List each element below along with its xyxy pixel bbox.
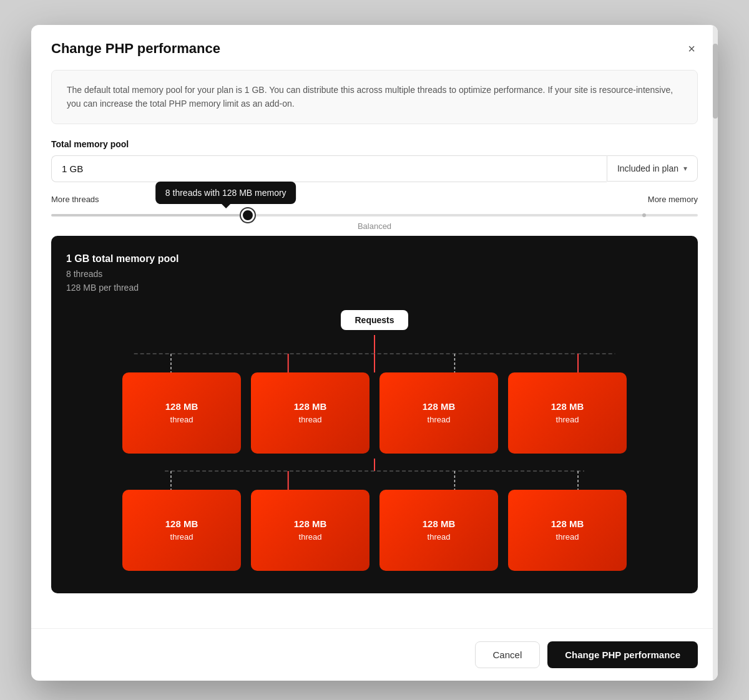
- slider-labels: More threads More memory: [51, 195, 698, 204]
- slider-container: 8 threads with 128 MB memory: [51, 214, 698, 216]
- diagram-visual: Requests: [66, 310, 683, 576]
- diagram-info: 1 GB total memory pool 8 threads 128 MB …: [66, 253, 683, 295]
- thread-card: 128 MB thread: [122, 490, 241, 571]
- threads-row-top: 128 MB thread 128 MB thread 128 MB threa…: [122, 372, 627, 454]
- slider-section: More threads More memory 8 threads with …: [51, 195, 698, 231]
- thread-label: 128 MB: [423, 400, 456, 414]
- thread-card: 128 MB thread: [379, 372, 498, 454]
- thread-sublabel: thread: [299, 531, 322, 543]
- close-button[interactable]: ×: [685, 40, 698, 57]
- thread-sublabel: thread: [556, 531, 579, 543]
- modal-title: Change PHP performance: [51, 41, 220, 57]
- thread-sublabel: thread: [428, 414, 451, 426]
- description-box: The default total memory pool for your p…: [51, 70, 698, 124]
- thread-card: 128 MB thread: [251, 490, 370, 571]
- thread-card: 128 MB thread: [508, 372, 627, 454]
- slider-left-label: More threads: [51, 195, 99, 204]
- thread-sublabel: thread: [299, 414, 322, 426]
- thread-label: 128 MB: [551, 400, 584, 414]
- plan-select[interactable]: Included in plan ▾: [607, 155, 698, 182]
- modal-footer: Cancel Change PHP performance: [31, 628, 718, 681]
- thread-card: 128 MB thread: [251, 372, 370, 454]
- top-connector-svg: [66, 335, 683, 372]
- thread-card: 128 MB thread: [379, 490, 498, 571]
- diagram-subtitle-memory: 128 MB per thread: [66, 281, 683, 294]
- thread-label: 128 MB: [165, 400, 198, 414]
- memory-input-row: Included in plan ▾: [51, 155, 698, 182]
- modal-header: Change PHP performance ×: [31, 25, 718, 70]
- requests-button[interactable]: Requests: [341, 310, 408, 330]
- thread-sublabel: thread: [170, 414, 193, 426]
- slider-dot-indicator: [642, 213, 646, 217]
- memory-section: Total memory pool Included in plan ▾: [51, 139, 698, 182]
- tooltip-text: 8 threads with 128 MB memory: [165, 188, 286, 198]
- thread-sublabel: thread: [170, 531, 193, 543]
- thread-label: 128 MB: [551, 517, 584, 532]
- modal-body: The default total memory pool for your p…: [31, 70, 718, 628]
- thread-sublabel: thread: [428, 531, 451, 543]
- slider-right-label: More memory: [648, 195, 698, 204]
- thread-card: 128 MB thread: [122, 372, 241, 454]
- slider-tooltip: 8 threads with 128 MB memory: [155, 182, 296, 204]
- slider-balanced-label: Balanced: [51, 221, 698, 231]
- threads-row-bottom: 128 MB thread 128 MB thread 128 MB threa…: [122, 490, 627, 571]
- diagram-subtitle-threads: 8 threads: [66, 267, 683, 281]
- diagram-title: 1 GB total memory pool: [66, 253, 683, 265]
- thread-label: 128 MB: [294, 517, 327, 532]
- plan-select-label: Included in plan: [617, 163, 678, 173]
- description-text: The default total memory pool for your p…: [67, 83, 682, 111]
- scrollbar-thumb[interactable]: [713, 44, 718, 119]
- performance-slider[interactable]: [51, 209, 698, 221]
- thread-sublabel: thread: [556, 414, 579, 426]
- memory-label: Total memory pool: [51, 139, 698, 149]
- thread-label: 128 MB: [165, 517, 198, 532]
- cancel-button[interactable]: Cancel: [475, 641, 541, 668]
- modal-container: Change PHP performance × The default tot…: [31, 25, 718, 681]
- thread-label: 128 MB: [423, 517, 456, 532]
- diagram-section: 1 GB total memory pool 8 threads 128 MB …: [51, 236, 698, 593]
- thread-card: 128 MB thread: [508, 490, 627, 571]
- mid-connector-svg: [66, 459, 683, 490]
- memory-input[interactable]: [51, 155, 607, 182]
- chevron-down-icon: ▾: [683, 164, 687, 173]
- scrollbar-track[interactable]: [713, 25, 718, 681]
- thread-label: 128 MB: [294, 400, 327, 414]
- confirm-button[interactable]: Change PHP performance: [547, 641, 698, 668]
